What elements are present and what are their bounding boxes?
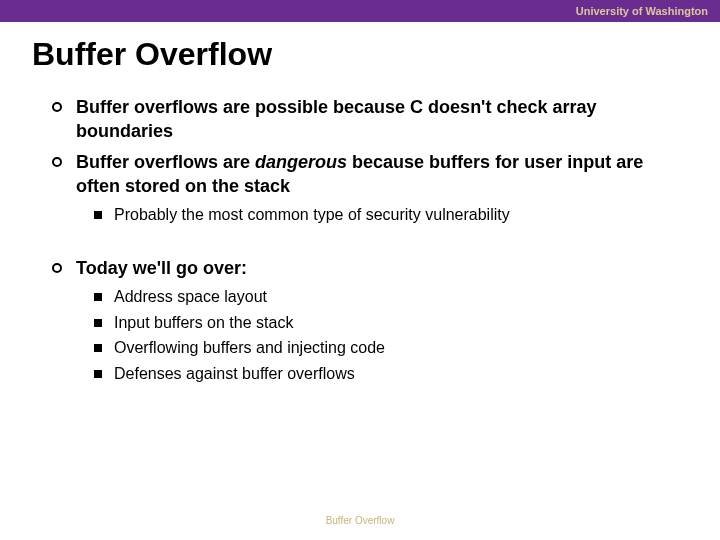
sub-item: Overflowing buffers and injecting code bbox=[94, 337, 690, 359]
sub-text: Address space layout bbox=[114, 286, 267, 308]
bullet-circle-icon bbox=[52, 157, 62, 167]
sub-item: Address space layout bbox=[94, 286, 690, 308]
bullet-text-prefix: Buffer overflows are possible because C … bbox=[76, 97, 596, 141]
square-bullet-icon bbox=[94, 370, 102, 378]
square-bullet-icon bbox=[94, 293, 102, 301]
sub-list-1: Probably the most common type of securit… bbox=[30, 204, 690, 226]
slide-content: Buffer Overflow Buffer overflows are pos… bbox=[0, 22, 720, 384]
bullet-circle-icon bbox=[52, 102, 62, 112]
bullet-text: Buffer overflows are dangerous because b… bbox=[76, 150, 690, 199]
bullet-item: Buffer overflows are possible because C … bbox=[52, 95, 690, 144]
sub-item: Probably the most common type of securit… bbox=[94, 204, 690, 226]
header-institution: University of Washington bbox=[576, 5, 708, 17]
bullet-item: Today we'll go over: bbox=[52, 256, 690, 280]
bullet-text: Today we'll go over: bbox=[76, 256, 247, 280]
bullet-circle-icon bbox=[52, 263, 62, 273]
sub-list-2: Address space layout Input buffers on th… bbox=[30, 286, 690, 384]
main-bullet-list: Buffer overflows are possible because C … bbox=[30, 95, 690, 198]
sub-text: Overflowing buffers and injecting code bbox=[114, 337, 385, 359]
sub-text: Probably the most common type of securit… bbox=[114, 204, 510, 226]
bullet-item: Buffer overflows are dangerous because b… bbox=[52, 150, 690, 199]
spacer bbox=[30, 230, 690, 256]
sub-item: Input buffers on the stack bbox=[94, 312, 690, 334]
header-bar: University of Washington bbox=[0, 0, 720, 22]
sub-item: Defenses against buffer overflows bbox=[94, 363, 690, 385]
bullet-text-prefix: Buffer overflows are bbox=[76, 152, 255, 172]
square-bullet-icon bbox=[94, 344, 102, 352]
square-bullet-icon bbox=[94, 319, 102, 327]
bullet-text: Buffer overflows are possible because C … bbox=[76, 95, 690, 144]
footer-text: Buffer Overflow bbox=[0, 515, 720, 526]
slide-title: Buffer Overflow bbox=[32, 36, 690, 73]
sub-text: Defenses against buffer overflows bbox=[114, 363, 355, 385]
main-bullet-list-2: Today we'll go over: bbox=[30, 256, 690, 280]
bullet-text-italic: dangerous bbox=[255, 152, 347, 172]
square-bullet-icon bbox=[94, 211, 102, 219]
sub-text: Input buffers on the stack bbox=[114, 312, 293, 334]
